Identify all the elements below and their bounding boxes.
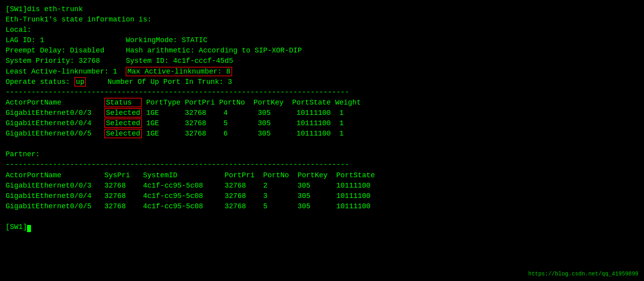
partner-row-1: GigabitEthernet0/0/3 32768 4c1f-cc95-5c0… xyxy=(6,180,638,191)
watermark: https://blog.csdn.net/qq_41959899 xyxy=(528,270,638,278)
operate-label: Operate status: xyxy=(6,78,74,86)
lag-right: WorkingMode: STATIC xyxy=(126,36,207,44)
partner-row-2: GigabitEthernet0/0/4 32768 4c1f-cc95-5c0… xyxy=(6,191,638,201)
blank-2 xyxy=(6,211,638,222)
line-lag: LAG ID: 1 WorkingMode: STATIC xyxy=(6,35,638,45)
port-name-3: GigabitEthernet0/0/5 xyxy=(6,130,104,138)
blank-1 xyxy=(6,139,638,149)
operate-right: Number Of Up Port In Trunk: 3 xyxy=(86,78,232,86)
preempt-left: Preempt Delay: Disabled xyxy=(6,47,126,54)
partner-table-header: ActorPortName SysPri SystemID PortPri Po… xyxy=(6,170,638,180)
status-3-highlight: Selected xyxy=(104,129,142,138)
operate-up-highlight: up xyxy=(74,77,86,87)
line-least: Least Active-linknumber: 1 Max Active-li… xyxy=(6,66,638,77)
local-row-1: GigabitEthernet0/0/3 Selected 1GE 32768 … xyxy=(6,108,638,118)
port-name-2: GigabitEthernet0/0/4 xyxy=(6,119,104,127)
syspri-right: System ID: 4c1f-cccf-45d5 xyxy=(126,57,233,65)
divider-2: ----------------------------------------… xyxy=(6,159,638,170)
partner-row-3: GigabitEthernet0/0/5 32768 4c1f-cc95-5c0… xyxy=(6,201,638,211)
line-operate: Operate status: up Number Of Up Port In … xyxy=(6,77,638,87)
final-prompt: [SW1] xyxy=(6,222,638,232)
rest-headers: PortType PortPri PortNo PortKey PortStat… xyxy=(142,99,361,107)
local-row-3: GigabitEthernet0/0/5 Selected 1GE 32768 … xyxy=(6,128,638,139)
status-header-highlight: Status xyxy=(104,98,142,107)
row1-rest: 1GE 32768 4 305 10111100 1 xyxy=(142,109,344,117)
actor-port-header: ActorPortName xyxy=(6,99,104,107)
preempt-right: Hash arithmetic: According to SIP-XOR-DI… xyxy=(126,47,302,54)
least-left: Least Active-linknumber: 1 xyxy=(6,68,126,76)
line-preempt: Preempt Delay: Disabled Hash arithmetic:… xyxy=(6,45,638,56)
local-row-2: GigabitEthernet0/0/4 Selected 1GE 32768 … xyxy=(6,118,638,128)
max-active-highlight: Max Active-linknumber: 8 xyxy=(126,67,232,76)
local-table-header: ActorPortName Status PortType PortPri Po… xyxy=(6,97,638,108)
divider-1: ----------------------------------------… xyxy=(6,87,638,97)
line-2: Eth-Trunk1's state information is: xyxy=(6,14,638,25)
lag-left: LAG ID: 1 xyxy=(6,36,126,44)
cursor-block xyxy=(27,225,31,232)
status-2-highlight: Selected xyxy=(104,118,142,128)
port-name-1: GigabitEthernet0/0/3 xyxy=(6,109,104,117)
row3-rest: 1GE 32768 6 305 10111100 1 xyxy=(142,130,344,138)
partner-label: Partner: xyxy=(6,149,638,159)
syspri-left: System Priority: 32768 xyxy=(6,57,126,65)
line-local: Local: xyxy=(6,25,638,35)
line-syspri: System Priority: 32768 System ID: 4c1f-c… xyxy=(6,56,638,66)
status-1-highlight: Selected xyxy=(104,108,142,118)
row2-rest: 1GE 32768 5 305 10111100 1 xyxy=(142,119,344,127)
line-1: [SW1]dis eth-trunk xyxy=(6,4,638,14)
